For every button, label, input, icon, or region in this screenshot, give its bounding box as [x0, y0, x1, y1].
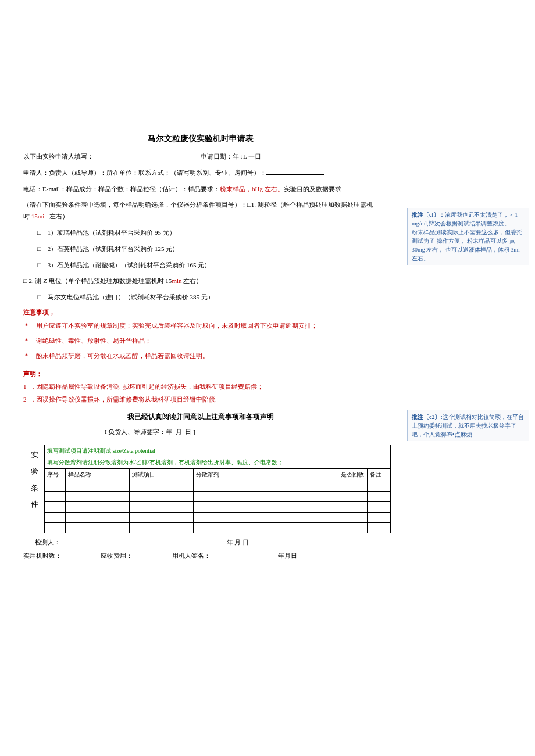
table-row[interactable]: [28, 522, 391, 533]
notice-3: ＊ 酚末样品须研磨，可分散在水或乙醇，样品若需回收请注明。: [23, 350, 378, 362]
zeta-line: □ 2. 测 Z 电位（单个样品预处理加数据处理需机时 15min 左右）: [23, 275, 378, 287]
table-row[interactable]: [28, 481, 391, 491]
option-3[interactable]: □ 3）石英样品池（耐酸碱）（试剂耗材平台采购价 165 元）: [23, 260, 378, 271]
notice-title: 注意事项，: [23, 308, 378, 317]
table-row[interactable]: [28, 512, 391, 522]
option-2[interactable]: □ 2）石英样品池（试剂耗材平台采购价 125 元）: [23, 243, 378, 255]
comment-c1: 批注〔cl〕：浓度我也记不太清楚了，＜1 mg/ml,辩次会根据测试结果调整浓度…: [407, 208, 529, 265]
supervisor-sign: I 负货人、导师签字：年_月_日 ]: [23, 428, 378, 436]
table-header-row: 序号 样品名称 测试项目 分散溶剂 是否回收 备注: [28, 468, 391, 481]
hint-1: 填写测试项目请注明测试 size/Zeta potential: [45, 445, 391, 457]
apply-date-label: 申请日期：年 JL 一日: [201, 151, 378, 163]
declaration-1: 1 . 因隐瞒样品属性导致设备污染. 损坏而引起的经济损失，由我科研项目经费赔偿…: [23, 382, 378, 392]
option-4[interactable]: □ 马尔文电位样品池（进口）（试剂耗材平台采购价 385 元）: [23, 292, 378, 303]
usage-line: 实用机时数： 应收费用： 用机人签名： 年月日: [23, 550, 378, 562]
contact-line: 电话：E-mail：样品成分：样品个数：样品粒径（估计）：样品要求：粉末样品，b…: [23, 184, 378, 195]
hint-2: 填写分散溶剂请注明分散溶剂为水/乙醇/冇机溶剂，冇机溶剂给出折射率、黏度、介电常…: [45, 457, 391, 469]
agree-statement: 我已经认真阅读并同意以上注意事项和各项声明: [23, 412, 378, 422]
conditions-table: 实验条件 填写测试项目请注明测试 size/Zeta potential 填写分…: [28, 445, 391, 533]
notice-2: ＊ 谢绝磁性、毒性、放射性、易升华样品；: [23, 335, 378, 347]
table-row[interactable]: [28, 501, 391, 512]
vertical-label: 实验条件: [28, 445, 45, 533]
filled-by-label: 以下由实验申请人填写：: [23, 151, 201, 163]
declaration-2: 2 . 因误操作导致仪器损坏，所需维修费将从我科研项目经钳中陪偿.: [23, 395, 378, 405]
applicant-line: 申请人：负责人（或导师）：所在单位：联系方式；（请写明系别、专业、房间号）：: [23, 167, 378, 179]
comment-c2: 批注〔c2〕:这个测试相对比较简琐，在平台上预约委托测试，就不用去找老极签字了吧…: [407, 410, 529, 441]
notice-1: ＊ 用户应遵守本实验室的规章制度；实验完成后装样容器及时取向，未及时取回者下次申…: [23, 320, 378, 332]
page-title: 马尔文粒废仪实验机时申请表: [23, 134, 378, 144]
option-1[interactable]: □ 1）玻璃样品池（试剂耗材平台采购价 95 元）: [23, 227, 378, 239]
table-row[interactable]: [28, 491, 391, 501]
declaration-title: 声明：: [23, 370, 378, 378]
inspector-line: 检测人： 年 月 日: [23, 537, 378, 549]
condition-intro: （请在下面实验条件表中选填，每个样品明确选择，个仪器分析条件项目号）：□1. 测…: [23, 199, 378, 223]
